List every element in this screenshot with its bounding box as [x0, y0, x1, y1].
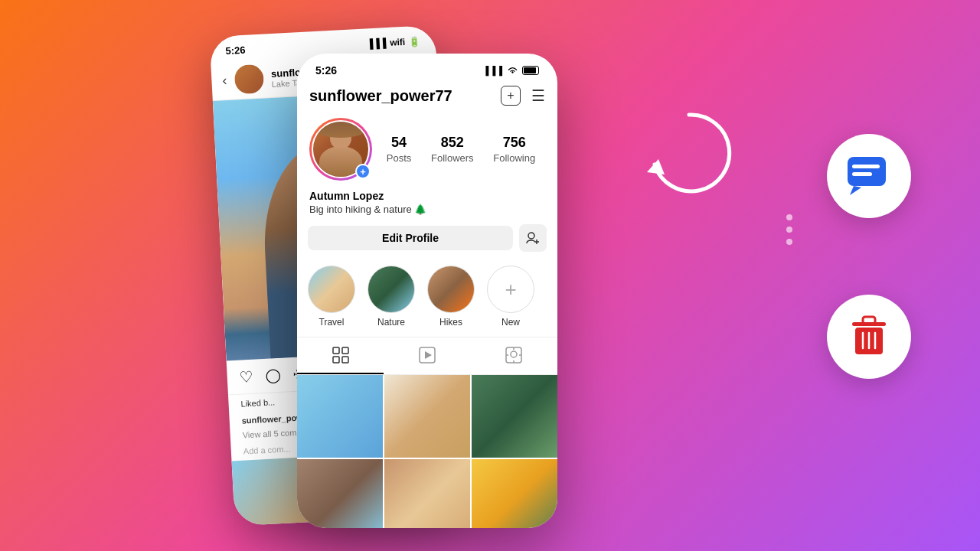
photo-thumb-5[interactable]	[384, 459, 470, 528]
profile-avatar-wrap: +	[309, 118, 372, 181]
highlight-nature[interactable]: Nature	[368, 266, 415, 328]
battery-icon	[522, 66, 539, 75]
add-friend-icon	[526, 232, 540, 244]
profile-name: Autumn Lopez	[297, 190, 557, 204]
wifi-icon	[507, 66, 518, 75]
photo-thumb-6[interactable]	[472, 459, 557, 528]
fg-header: sunflower_power77 + ☰	[297, 83, 557, 113]
fg-time: 5:26	[315, 64, 337, 77]
bg-avatar	[234, 64, 264, 95]
trash-icon-svg	[849, 315, 889, 359]
posts-label: Posts	[387, 152, 412, 164]
back-icon[interactable]: ‹	[222, 73, 227, 89]
stats-group: 54 Posts 852 Followers 756 Following	[377, 135, 545, 165]
bg-time: 5:26	[225, 44, 246, 57]
highlight-hikes[interactable]: Hikes	[427, 266, 475, 328]
highlights-row: Travel Nature Hikes + New	[297, 262, 557, 337]
add-friend-button[interactable]	[519, 224, 547, 252]
highlight-hikes-label: Hikes	[439, 317, 462, 328]
chat-icon-svg	[846, 155, 892, 197]
svg-marker-15	[647, 159, 665, 174]
highlight-travel-label: Travel	[319, 317, 345, 328]
svg-rect-17	[852, 165, 880, 168]
reels-icon	[419, 347, 436, 364]
chat-icon-circle	[827, 134, 911, 218]
trash-wrap	[827, 295, 911, 379]
comment-icon[interactable]: ◯	[265, 367, 281, 384]
svg-marker-8	[425, 351, 432, 359]
trash-icon-circle	[827, 295, 911, 379]
svg-rect-5	[333, 357, 339, 363]
fg-status-bar: 5:26 ▐▐▐	[297, 54, 557, 83]
svg-point-0	[528, 233, 534, 239]
svg-rect-18	[852, 172, 872, 176]
highlight-new[interactable]: + New	[487, 266, 534, 328]
like-icon[interactable]: ♡	[239, 367, 253, 386]
photo-thumb-2[interactable]	[384, 375, 470, 458]
phone-foreground: 5:26 ▐▐▐ sunflower_power77 + ☰	[297, 54, 557, 528]
grid-icon	[332, 347, 349, 364]
followers-stat: 852 Followers	[431, 135, 474, 165]
following-label: Following	[493, 152, 535, 164]
fg-header-icons: + ☰	[501, 86, 545, 106]
refresh-arrow-wrap	[643, 107, 735, 202]
following-count: 756	[493, 135, 535, 151]
dot-2	[786, 227, 792, 233]
chat-bubble-wrap	[827, 134, 911, 218]
menu-icon[interactable]: ☰	[531, 86, 545, 105]
edit-profile-button[interactable]: Edit Profile	[308, 226, 513, 250]
posts-stat: 54 Posts	[387, 135, 412, 165]
followers-count: 852	[431, 135, 474, 151]
bg-status-icons: ▐▐▐ wifi 🔋	[366, 35, 420, 49]
tab-bar	[297, 337, 557, 375]
edit-profile-row: Edit Profile	[297, 224, 557, 262]
svg-rect-16	[848, 157, 886, 186]
fg-status-icons: ▐▐▐	[483, 66, 539, 75]
highlight-nature-circle	[368, 266, 415, 313]
highlight-travel[interactable]: Travel	[308, 266, 355, 328]
dot-3	[786, 239, 792, 245]
profile-stats: + 54 Posts 852 Followers 756 Following	[297, 113, 557, 190]
tagged-icon	[505, 347, 522, 364]
svg-point-10	[511, 351, 517, 357]
bg-avatar-img	[234, 64, 264, 95]
svg-rect-3	[333, 347, 339, 354]
tab-reels[interactable]	[384, 337, 470, 374]
photo-thumb-3[interactable]	[472, 375, 557, 458]
posts-count: 54	[387, 135, 412, 151]
add-icon[interactable]: +	[501, 86, 521, 106]
fg-username: sunflower_power77	[309, 87, 452, 105]
photo-thumb-4[interactable]	[297, 459, 383, 528]
add-story-badge[interactable]: +	[355, 164, 371, 179]
highlight-new-circle: +	[487, 266, 534, 313]
dot-1	[786, 214, 792, 220]
following-stat: 756 Following	[493, 135, 535, 165]
followers-label: Followers	[431, 152, 474, 164]
highlight-new-label: New	[501, 317, 520, 328]
highlight-hikes-circle	[427, 266, 475, 313]
dots-line	[786, 214, 792, 245]
svg-rect-6	[342, 357, 348, 363]
tab-grid[interactable]	[297, 337, 384, 374]
highlight-nature-label: Nature	[377, 317, 405, 328]
photo-thumb-1[interactable]	[297, 375, 383, 458]
highlight-travel-circle	[308, 266, 355, 313]
photo-grid	[297, 375, 557, 528]
svg-rect-20	[863, 317, 875, 324]
profile-bio: Big into hiking & nature 🌲	[297, 204, 557, 224]
tab-tagged[interactable]	[471, 337, 557, 374]
svg-rect-4	[342, 347, 348, 354]
refresh-arrow-svg	[643, 107, 735, 199]
